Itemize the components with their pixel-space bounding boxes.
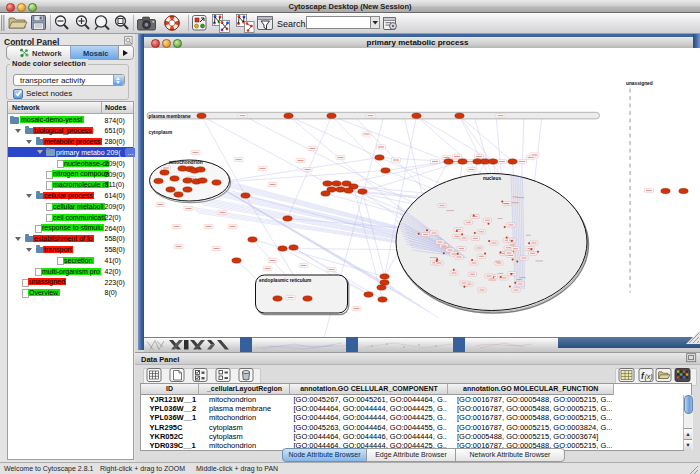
svg-text:endoplasmic reticulum: endoplasmic reticulum — [259, 277, 311, 282]
svg-text:cytoplasm: cytoplasm — [148, 129, 172, 134]
svg-text:plasma membrane: plasma membrane — [148, 113, 190, 118]
svg-text:unassigned: unassigned — [626, 81, 653, 86]
svg-text:nucleus: nucleus — [483, 176, 501, 181]
svg-text:(x): (x) — [645, 373, 653, 381]
svg-text:Search:: Search: — [277, 19, 308, 29]
svg-text:mitochondrion: mitochondrion — [169, 160, 203, 165]
